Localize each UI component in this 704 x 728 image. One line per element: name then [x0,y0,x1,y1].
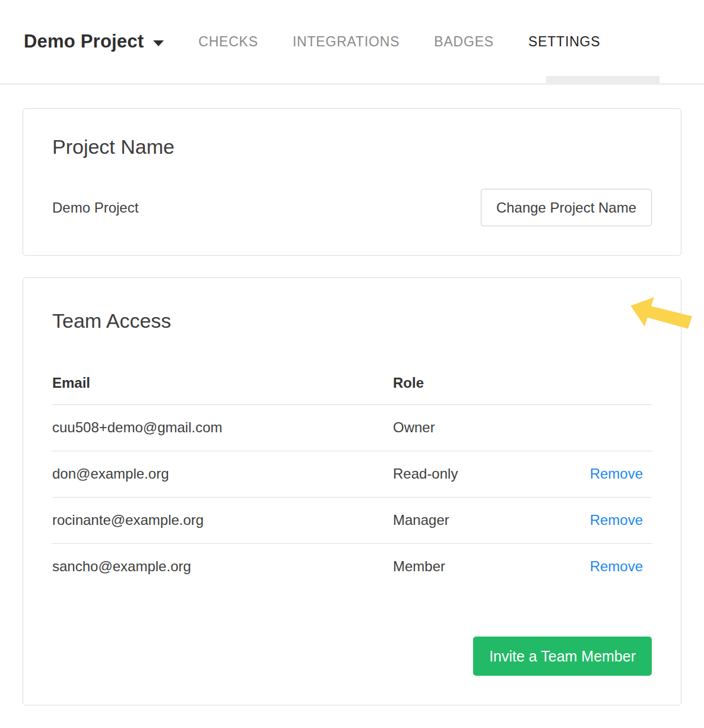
team-access-card: Team Access Email Role cuu508+demo@gmail… [23,277,681,705]
table-row: don@example.org Read-only Remove [52,451,652,498]
project-switcher[interactable]: Demo Project [24,31,164,52]
team-members-table: Email Role cuu508+demo@gmail.com Owner d… [52,365,652,590]
column-header-email: Email [52,365,393,405]
remove-member-link[interactable]: Remove [590,466,643,482]
project-name-card: Project Name Demo Project Change Project… [23,108,681,256]
caret-down-icon [153,40,164,46]
current-project-name: Demo Project [52,200,138,216]
invite-row: Invite a Team Member [52,637,652,676]
nav-tabs: CHECKS INTEGRATIONS BADGES SETTINGS [198,34,600,50]
tab-settings[interactable]: SETTINGS [528,34,600,50]
member-email: don@example.org [52,451,393,498]
column-header-action [538,365,652,405]
member-email: sancho@example.org [52,544,393,590]
table-row: sancho@example.org Member Remove [52,544,652,590]
invite-team-member-button[interactable]: Invite a Team Member [473,637,652,676]
column-header-role: Role [393,365,538,405]
table-row: cuu508+demo@gmail.com Owner [52,405,652,451]
member-role: Owner [393,405,538,451]
member-action-cell: Remove [538,498,652,544]
member-role: Member [393,544,538,590]
project-name-row: Demo Project Change Project Name [52,189,652,226]
table-header-row: Email Role [52,365,652,405]
member-action-cell: Remove [538,451,652,498]
team-access-card-title: Team Access [52,311,652,331]
member-role: Read-only [393,451,538,498]
tab-integrations[interactable]: INTEGRATIONS [293,34,399,50]
member-email: rocinante@example.org [52,498,393,544]
tab-badges[interactable]: BADGES [434,34,494,50]
project-switcher-label: Demo Project [24,31,144,52]
member-action-cell: Remove [538,544,652,590]
member-action-cell [538,405,652,451]
top-nav: Demo Project CHECKS INTEGRATIONS BADGES … [0,0,704,85]
change-project-name-button[interactable]: Change Project Name [481,189,652,226]
active-tab-indicator [546,76,659,83]
member-role: Manager [393,498,538,544]
tab-checks[interactable]: CHECKS [198,34,258,50]
project-name-card-title: Project Name [52,137,652,157]
table-row: rocinante@example.org Manager Remove [52,498,652,544]
remove-member-link[interactable]: Remove [590,512,643,528]
member-email: cuu508+demo@gmail.com [52,405,393,451]
remove-member-link[interactable]: Remove [590,558,643,574]
